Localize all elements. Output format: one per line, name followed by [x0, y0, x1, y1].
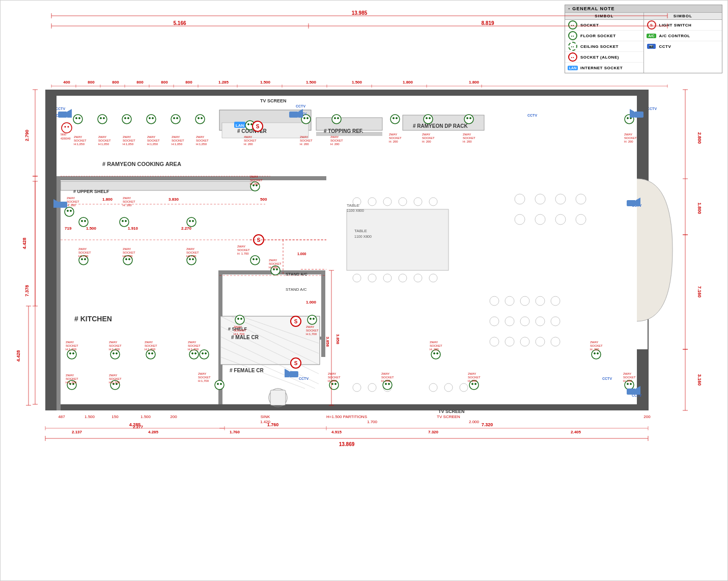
svg-text:1.760: 1.760 — [267, 422, 279, 427]
svg-rect-46 — [45, 404, 648, 410]
svg-text:S: S — [256, 124, 260, 129]
svg-point-214 — [174, 118, 175, 119]
svg-text:1.500: 1.500 — [86, 226, 97, 231]
svg-point-74 — [429, 274, 437, 282]
svg-text:CCTV: CCTV — [602, 377, 612, 380]
svg-text:CCTV: CCTV — [296, 104, 305, 108]
svg-text:1.000: 1.000 — [297, 252, 306, 256]
svg-text:SOCKET: SOCKET — [196, 139, 209, 142]
svg-text:TV SCREEN: TV SCREEN — [438, 409, 465, 414]
svg-point-86 — [536, 296, 545, 306]
svg-text:H: 1.700: H: 1.700 — [237, 252, 249, 255]
svg-text:1.800: 1.800 — [403, 80, 413, 85]
svg-point-310 — [627, 383, 629, 385]
svg-text:800: 800 — [185, 80, 192, 85]
svg-text:1.800: 1.800 — [697, 203, 702, 214]
svg-point-90 — [520, 317, 529, 326]
svg-text:2.405: 2.405 — [571, 430, 581, 434]
svg-text:SOCKET: SOCKET — [237, 248, 250, 252]
svg-point-292 — [217, 383, 219, 385]
svg-point-233 — [429, 118, 431, 119]
svg-text:1.800: 1.800 — [102, 197, 113, 202]
svg-rect-457 — [627, 200, 636, 206]
svg-text:487: 487 — [58, 414, 65, 419]
svg-text:SOCKET: SOCKET — [306, 329, 319, 332]
svg-text:H:1,050: H:1,050 — [98, 143, 109, 146]
svg-point-256 — [81, 259, 83, 260]
svg-point-84 — [505, 296, 514, 306]
svg-text:CCTV: CCTV — [55, 107, 65, 110]
svg-text:3.160: 3.160 — [697, 374, 702, 386]
svg-text:TABLE: TABLE — [347, 203, 359, 208]
svg-text:1.500: 1.500 — [352, 80, 362, 85]
svg-text:# RAMYEON DP RACK: # RAMYEON DP RACK — [413, 123, 468, 129]
svg-text:# FEMALE CR: # FEMALE CR — [230, 368, 264, 373]
svg-point-266 — [256, 259, 258, 260]
svg-text:1.500: 1.500 — [306, 80, 317, 85]
svg-text:2WAY: 2WAY — [172, 135, 180, 139]
svg-point-290 — [205, 353, 207, 354]
svg-point-217 — [198, 118, 200, 119]
svg-point-295 — [332, 383, 333, 385]
svg-point-85 — [520, 296, 529, 306]
svg-text:8.819: 8.819 — [481, 20, 494, 26]
svg-point-101 — [429, 383, 437, 392]
svg-point-76 — [535, 194, 545, 204]
svg-point-264 — [250, 256, 260, 265]
svg-text:H:1,700: H:1,700 — [66, 348, 77, 351]
svg-text:2WAY: 2WAY — [109, 374, 117, 377]
svg-text:H:1,050: H:1,050 — [196, 143, 207, 146]
svg-text:TV SCREEN: TV SCREEN — [437, 414, 460, 419]
svg-text:SOCKET: SOCKET — [381, 376, 394, 379]
svg-text:800: 800 — [136, 80, 144, 85]
svg-point-203 — [79, 118, 80, 119]
svg-point-312 — [235, 315, 244, 324]
svg-text:SOCKET: SOCKET — [145, 344, 157, 347]
svg-rect-60 — [347, 209, 449, 270]
svg-point-232 — [426, 118, 428, 119]
svg-point-87 — [551, 296, 560, 306]
svg-text:SOCKET: SOCKET — [590, 344, 603, 347]
svg-point-318 — [62, 123, 72, 133]
svg-text:SOCKET: SOCKET — [186, 251, 199, 254]
svg-text:H:1,050: H:1,050 — [147, 143, 158, 146]
svg-point-300 — [431, 350, 440, 359]
svg-text:H: 200: H: 200 — [430, 348, 439, 351]
svg-rect-449 — [58, 112, 67, 118]
svg-text:SOCKET: SOCKET — [250, 179, 263, 182]
svg-text:STAND A/C: STAND A/C — [286, 287, 307, 292]
svg-text:13.985: 13.985 — [352, 10, 368, 16]
svg-point-96 — [536, 337, 545, 346]
svg-point-103 — [460, 383, 468, 392]
svg-text:1.760: 1.760 — [230, 430, 240, 434]
svg-text:H: 200: H: 200 — [67, 204, 76, 207]
svg-text:2WAY: 2WAY — [300, 135, 308, 139]
svg-text:7.320: 7.320 — [428, 430, 439, 434]
svg-point-93 — [490, 337, 499, 346]
svg-point-317 — [313, 318, 315, 320]
svg-text:2WAY: 2WAY — [145, 341, 153, 344]
svg-point-320 — [68, 126, 69, 128]
svg-point-231 — [424, 115, 433, 124]
svg-text:4.285: 4.285 — [129, 422, 141, 427]
svg-text:SOCKET: SOCKET — [109, 377, 122, 380]
svg-text:719: 719 — [65, 226, 72, 231]
svg-point-64 — [368, 198, 376, 206]
svg-point-242 — [70, 210, 72, 212]
svg-text:2WAY: 2WAY — [66, 374, 74, 377]
svg-text:SOCKET: SOCKET — [234, 329, 246, 332]
svg-text:2WAY: 2WAY — [269, 259, 277, 262]
svg-point-311 — [630, 383, 632, 385]
svg-text:150: 150 — [111, 414, 119, 419]
svg-text:SOCKET: SOCKET — [624, 136, 637, 140]
svg-point-289 — [202, 353, 204, 354]
svg-text:# UPPER SHELF: # UPPER SHELF — [73, 189, 109, 194]
svg-text:1.500: 1.500 — [85, 414, 95, 419]
svg-text:7.160: 7.160 — [697, 286, 702, 298]
svg-text:2WAY: 2WAY — [234, 325, 242, 328]
svg-text:# TOPPING REF.: # TOPPING REF. — [324, 128, 363, 134]
svg-text:2WAY: 2WAY — [381, 372, 389, 375]
svg-text:3.830: 3.830 — [169, 197, 179, 202]
svg-point-70 — [368, 274, 376, 282]
svg-point-102 — [444, 383, 453, 392]
